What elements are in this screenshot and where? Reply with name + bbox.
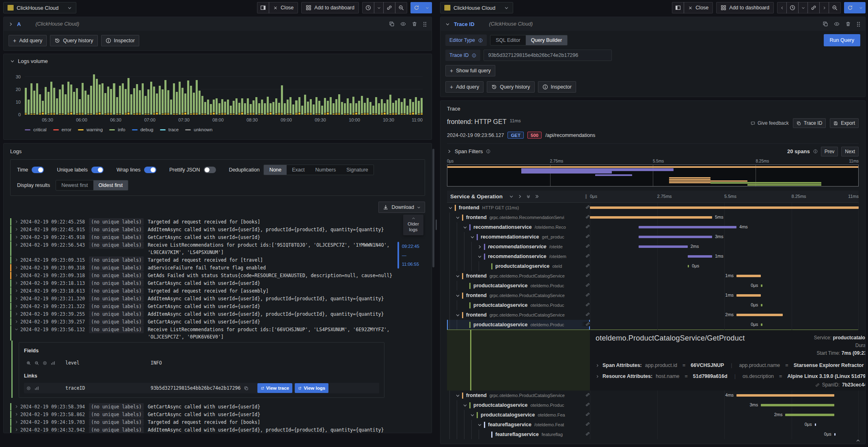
span-link-icon[interactable] [581, 402, 590, 407]
span-row[interactable]: recommendationservice/otelde2ms [447, 242, 859, 252]
editor-option-query-builder[interactable]: Query Builder [526, 35, 567, 45]
span-link-icon[interactable] [581, 215, 590, 219]
info-icon[interactable] [486, 149, 490, 154]
link-icon[interactable] [815, 383, 820, 387]
share-link-button[interactable] [383, 2, 395, 13]
span-row[interactable]: frontendgrpc.oteldemo.RecommendationServ… [447, 213, 859, 222]
span-link-icon[interactable] [581, 302, 590, 307]
span-link-icon[interactable] [581, 224, 590, 229]
span-row[interactable]: frontendgrpc.oteldemo.ProductCatalogServ… [447, 271, 859, 281]
log-row[interactable]: 2024-02-19 09:23:18.113(no unique labels… [10, 279, 393, 287]
field-action-icon[interactable] [26, 361, 31, 365]
span-row[interactable]: recommendationservice/oteldem1ms [447, 252, 859, 261]
trace-id-button[interactable]: Trace ID [793, 118, 826, 128]
show-full-query-button[interactable]: +Show full query [445, 65, 495, 76]
download-button[interactable]: Download [378, 202, 425, 213]
expand-chevron-icon[interactable] [15, 312, 18, 316]
inspector-button[interactable]: Inspector [538, 81, 576, 93]
span-filters-chevron[interactable] [447, 149, 451, 154]
legend-item-error[interactable]: error [53, 127, 71, 132]
split-view-button[interactable] [672, 2, 684, 13]
log-row[interactable]: 2024-02-19 09:23:58.394(no unique labels… [10, 403, 393, 410]
order-option-oldest-first[interactable]: Oldest first [93, 180, 128, 190]
resource-attributes-row[interactable]: Resource Attributes:host.name=51d7989a61… [596, 373, 866, 379]
expand-chevron-icon[interactable] [15, 266, 18, 269]
span-link-icon[interactable] [581, 283, 590, 287]
wrap-lines-toggle[interactable] [144, 167, 156, 173]
span-link-icon[interactable] [581, 244, 590, 248]
log-row[interactable]: 2024-02-19 09:23:18.613(no unique labels… [10, 287, 393, 295]
span-link-icon[interactable] [581, 322, 590, 326]
info-icon[interactable] [813, 149, 818, 154]
add-query-button[interactable]: +Add query [445, 81, 484, 93]
span-row[interactable]: frontendgrpc.oteldemo.ProductCatalogServ… [447, 391, 859, 400]
span-expand-chevron[interactable] [448, 206, 454, 210]
prettify-json-toggle[interactable] [204, 167, 216, 173]
prev-span-button[interactable]: Prev [821, 147, 838, 156]
collapse-chevron-icon[interactable] [9, 22, 13, 26]
older-logs-button[interactable]: Older logs [403, 215, 423, 235]
time-picker-caret[interactable] [374, 2, 384, 13]
collapse-chevron-icon[interactable] [10, 59, 15, 63]
export-button[interactable]: Export [830, 118, 859, 128]
dedup-option-numbers[interactable]: Numbers [310, 165, 341, 175]
span-row[interactable]: featureflagservice/oteldemo.Feat0μs [447, 420, 859, 430]
expand-chevron-icon[interactable] [15, 273, 18, 277]
expand-chevron-icon[interactable] [15, 220, 18, 224]
span-row[interactable]: frontendgrpc.oteldemo.ProductCatalogServ… [447, 291, 859, 300]
log-row[interactable]: 2024-02-19 09:23:09.315(no unique labels… [10, 256, 393, 264]
span-row[interactable]: featureflagservicefeatureflag0μs [447, 430, 859, 439]
close-pane-button[interactable]: Close [269, 2, 298, 13]
time-shift-forward-button[interactable] [819, 2, 829, 13]
span-attributes-row[interactable]: Span Attributes:app.product.id=66VCHSJNU… [596, 362, 866, 368]
next-span-button[interactable]: Next [841, 147, 859, 156]
span-expand-chevron[interactable] [470, 235, 476, 239]
order-option-newest-first[interactable]: Newest first [56, 180, 93, 190]
pane-splitter[interactable] [435, 0, 437, 447]
time-toggle[interactable] [32, 167, 44, 173]
expand-chevron-icon[interactable] [15, 258, 18, 262]
expand-chevron-icon[interactable] [15, 297, 18, 300]
disable-query-icon[interactable] [400, 21, 406, 27]
expand-chevron-icon[interactable] [15, 289, 18, 293]
log-row[interactable]: 2024-02-19 09:23:39.255(no unique labels… [10, 310, 393, 318]
zoom-out-time-button[interactable] [829, 2, 841, 13]
dedup-option-signature[interactable]: Signature [341, 165, 374, 175]
query-row-header[interactable]: A (ClickHouse Cloud) [4, 17, 432, 31]
dedup-option-none[interactable]: None [264, 165, 287, 175]
span-link-icon[interactable] [581, 205, 590, 209]
editor-option-sql-editor[interactable]: SQL Editor [490, 35, 526, 45]
scroll-to-top-icon[interactable] [856, 438, 860, 443]
zoom-out-time-button[interactable] [395, 2, 407, 13]
expand-chevron-icon[interactable] [15, 235, 18, 239]
span-row[interactable]: recommendationserviceget_produc3ms [447, 232, 859, 242]
span-expand-chevron[interactable] [470, 413, 476, 417]
drag-handle-icon[interactable] [857, 22, 860, 27]
time-picker-caret[interactable] [798, 2, 808, 13]
give-feedback-link[interactable]: Give feedback [751, 120, 789, 126]
span-row[interactable]: productcatalogserviceoteld0μs [447, 261, 859, 271]
span-link-icon[interactable] [581, 263, 590, 268]
span-expand-chevron[interactable] [463, 225, 469, 230]
expand-chevron-icon[interactable] [15, 412, 18, 416]
legend-item-critical[interactable]: critical [25, 127, 47, 132]
span-link-icon[interactable] [581, 412, 590, 417]
split-view-button[interactable] [257, 2, 269, 13]
span-expand-chevron[interactable] [477, 254, 484, 259]
expand-chevron-icon[interactable] [15, 320, 18, 323]
log-row[interactable]: 2024-02-19 09:24:32.942(no unique labels… [10, 426, 393, 433]
span-link-icon[interactable] [581, 234, 590, 239]
span-link-icon[interactable] [581, 393, 590, 397]
expand-chevron-icon[interactable] [15, 281, 18, 285]
refresh-interval-caret[interactable] [422, 2, 432, 13]
expand-chevron-icon[interactable] [15, 405, 18, 408]
datasource-picker[interactable]: ClickHouse Cloud [3, 2, 76, 13]
query-history-button[interactable]: Query history [487, 81, 534, 93]
log-row[interactable]: 2024-02-19 09:23:58.862(no unique labels… [10, 410, 393, 418]
delete-query-icon[interactable] [845, 21, 851, 27]
legend-item-unknown[interactable]: unknown [185, 127, 212, 132]
inspector-button[interactable]: Inspector [101, 35, 139, 46]
log-row[interactable]: 2024-02-19 09:23:09.318(no unique labels… [10, 271, 393, 279]
log-row[interactable]: 2024-02-19 09:22:45.258(no unique labels… [10, 218, 393, 226]
span-link-icon[interactable] [581, 293, 590, 297]
